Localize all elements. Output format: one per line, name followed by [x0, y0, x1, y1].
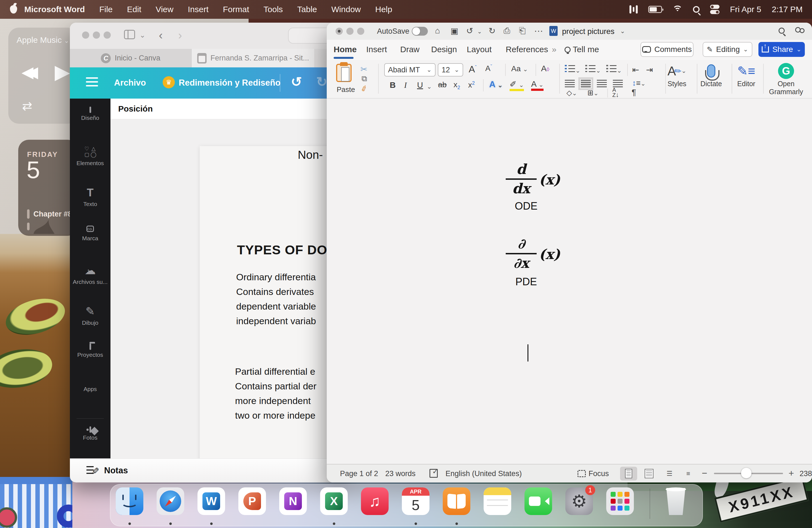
zoom-out-button[interactable]: −: [702, 468, 707, 479]
sidebar-item-dibujo[interactable]: ✎Dibujo: [70, 305, 111, 326]
hamburger-menu-icon[interactable]: [86, 77, 98, 88]
page-indicator[interactable]: Page 1 of 2: [340, 469, 378, 478]
dock-powerpoint-icon[interactable]: P: [238, 487, 266, 515]
sidebar-item-diseno[interactable]: Diseño: [70, 107, 111, 121]
play-button[interactable]: ▶: [55, 60, 70, 84]
change-case-icon[interactable]: Aa ⌄: [511, 64, 528, 73]
presence-people-icon[interactable]: [795, 27, 806, 35]
dictate-button[interactable]: Dictate: [695, 62, 728, 88]
search-icon[interactable]: [779, 28, 785, 34]
forward-button[interactable]: ›: [178, 29, 182, 42]
sidebar-item-proyectos[interactable]: Proyectos: [70, 344, 111, 358]
spellcheck-icon[interactable]: [430, 468, 438, 479]
web-layout-view-button[interactable]: [640, 467, 657, 481]
strikethrough-button[interactable]: ab: [438, 80, 447, 89]
dock-finder-icon[interactable]: [116, 487, 143, 515]
save-icon[interactable]: ▣: [450, 26, 458, 35]
align-right-icon[interactable]: [597, 80, 607, 89]
clear-formatting-icon[interactable]: A◊: [541, 64, 549, 73]
undo-icon[interactable]: ↺: [466, 26, 473, 35]
highlight-color-icon[interactable]: ✐ ⌄: [510, 79, 524, 91]
menu-date[interactable]: Fri Apr 5: [730, 5, 761, 14]
grow-font-icon[interactable]: Aˆ: [469, 64, 477, 75]
calendar-event[interactable]: [27, 223, 33, 230]
bullet-list-icon[interactable]: ⌄: [565, 64, 580, 75]
grammarly-button[interactable]: G Open Grammarly: [765, 62, 807, 96]
cut-icon[interactable]: ✂: [360, 64, 367, 74]
word-document-area[interactable]: d dx (x) ODE ∂ ∂x (x) PDE: [327, 99, 812, 464]
word-count[interactable]: 23 words: [385, 469, 416, 478]
menu-help[interactable]: Help: [375, 5, 392, 14]
sidebar-item-archivos[interactable]: ☁↑Archivos su...: [70, 264, 111, 285]
styles-button[interactable]: A✎⌄ Styles: [661, 62, 694, 88]
canva-document-page[interactable]: Non- TYPES OF DO Ordinary differentia Co…: [200, 146, 346, 478]
underline-button[interactable]: U: [417, 80, 423, 90]
menu-time[interactable]: 2:17 PM: [772, 5, 802, 14]
apple-music-widget[interactable]: Apple Music ⌄ ◀◀ ▶ ⇄: [8, 28, 78, 124]
sidebar-item-marca[interactable]: co.Marca: [70, 225, 111, 241]
previous-track-button[interactable]: ◀◀: [21, 63, 28, 81]
focus-button[interactable]: Focus: [578, 469, 609, 478]
shrink-font-icon[interactable]: Aˇ: [485, 64, 492, 73]
calendar-event[interactable]: Chapter #8: [27, 209, 72, 219]
menu-file[interactable]: File: [99, 5, 112, 14]
tell-me-item[interactable]: Tell me: [565, 45, 599, 54]
zoom-slider-knob[interactable]: [741, 468, 752, 478]
align-center-icon[interactable]: [581, 80, 591, 89]
sort-icon[interactable]: AZ↓: [612, 88, 619, 98]
tab-inicio-canva[interactable]: C Inicio - Canva: [70, 49, 192, 68]
more-options-icon[interactable]: …: [534, 23, 544, 34]
font-color-icon[interactable]: A ⌄: [531, 79, 543, 91]
format-painter-icon[interactable]: ✐: [360, 84, 369, 94]
copy-icon[interactable]: ⧉: [362, 74, 367, 84]
dock-settings-icon[interactable]: ⚙1: [565, 487, 593, 515]
dock-onenote-icon[interactable]: N: [279, 487, 307, 515]
home-icon[interactable]: ⌂: [435, 26, 440, 35]
position-button[interactable]: Posición: [118, 104, 153, 114]
title-chevron-icon[interactable]: ⌄: [620, 28, 625, 35]
outline-view-button[interactable]: ☰: [661, 467, 678, 481]
undo-chevron-icon[interactable]: ⌄: [477, 28, 482, 35]
menu-window[interactable]: Window: [331, 5, 361, 14]
share-button[interactable]: Share⌄: [758, 42, 805, 57]
sidebar-toggle-icon[interactable]: [124, 30, 135, 39]
font-size-select[interactable]: 12⌄: [438, 63, 463, 76]
paste-icon[interactable]: [336, 64, 352, 82]
control-center-icon[interactable]: [710, 5, 720, 14]
undo-icon[interactable]: ↺: [291, 74, 302, 89]
bold-button[interactable]: B: [390, 80, 396, 90]
menu-table[interactable]: Table: [297, 5, 317, 14]
stage-manager-icon[interactable]: [629, 5, 638, 14]
sidebar-item-elementos[interactable]: ♡△▢◯Elementos: [70, 146, 111, 166]
sidebar-chevron-icon[interactable]: ⌄: [140, 31, 146, 40]
numbered-list-icon[interactable]: ⌄: [585, 64, 601, 75]
tab-insert[interactable]: Insert: [366, 45, 387, 54]
tab-home[interactable]: Home: [334, 45, 357, 54]
canva-title[interactable]: Redimensión y Rediseño: [179, 78, 280, 88]
dock-word-icon[interactable]: W: [198, 487, 225, 515]
menu-view[interactable]: View: [156, 5, 173, 14]
menu-insert[interactable]: Insert: [188, 5, 208, 14]
wifi-icon[interactable]: [672, 5, 682, 13]
zoom-in-button[interactable]: +: [788, 468, 794, 479]
paragraph-mark-icon[interactable]: ¶: [632, 88, 636, 97]
editor-button[interactable]: ✎≡ Editor: [730, 62, 763, 88]
menu-edit[interactable]: Edit: [127, 5, 141, 14]
align-left-icon[interactable]: [565, 80, 575, 89]
battery-icon[interactable]: [648, 6, 662, 13]
tab-design[interactable]: Design: [431, 45, 457, 54]
increase-indent-icon[interactable]: ⇥: [646, 65, 653, 75]
redo-icon[interactable]: ↻: [489, 26, 495, 35]
multilevel-list-icon[interactable]: ⌄: [606, 64, 622, 75]
spotlight-icon[interactable]: [693, 6, 700, 13]
autosave-toggle[interactable]: [412, 27, 428, 35]
print-layout-view-button[interactable]: [620, 467, 637, 481]
shuffle-icon[interactable]: ⇄: [22, 99, 32, 113]
zoom-percentage[interactable]: 238%: [800, 469, 812, 478]
dock-excel-icon[interactable]: X: [320, 487, 348, 515]
sidebar-item-apps[interactable]: Apps: [70, 384, 111, 392]
dock-safari-icon[interactable]: [157, 487, 184, 515]
tab-layout[interactable]: Layout: [467, 45, 492, 54]
editing-button[interactable]: ✎Editing⌄: [702, 42, 752, 57]
calendar-widget[interactable]: FRIDAY 5 Chapter #8 Numbers and Gra: [18, 140, 78, 236]
